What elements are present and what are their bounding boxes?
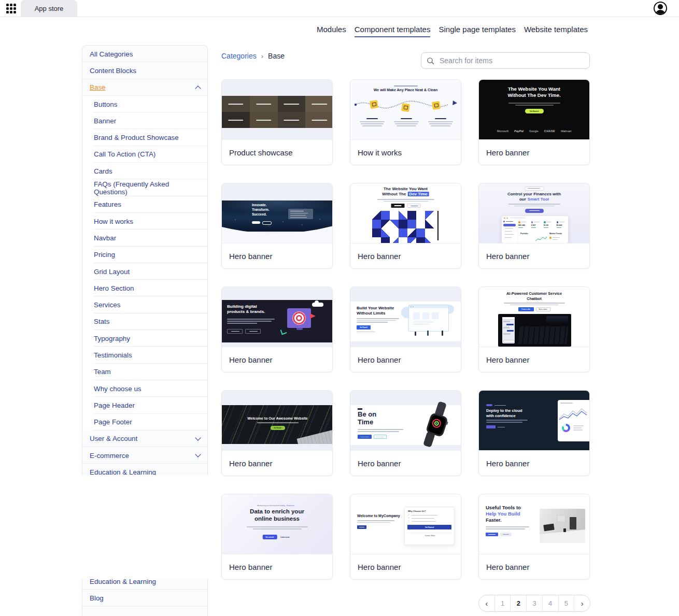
pagination-page-3[interactable]: 3 <box>526 595 542 611</box>
template-card-hero-data[interactable]: Announcing our next round of funding. Re… <box>221 494 333 580</box>
template-card-label: Hero banner <box>222 554 332 580</box>
user-avatar[interactable] <box>654 2 667 15</box>
dark-panel: Building digital products & brands. <box>222 300 332 342</box>
app-store-tab[interactable]: App store <box>21 0 77 17</box>
template-thumbnail: Innovate. Transform. Succeed. <box>222 183 332 243</box>
sidebar-item-ecommerce[interactable]: E-commerce <box>82 447 207 464</box>
template-card-hero-digital[interactable]: Building digital products & brands. <box>221 286 333 373</box>
pagination-next-button[interactable]: › <box>574 595 590 611</box>
sidebar-item-pricing[interactable]: Pricing <box>82 247 207 263</box>
sidebar-item-faqs[interactable]: FAQs (Frequently Asked Questions) <box>82 179 207 196</box>
template-card-hero-mycompany[interactable]: Welcome to MyCompany Why Choose Us? ✓ ✓ … <box>350 494 461 580</box>
template-card-label: Hero banner <box>222 347 332 373</box>
sidebar-item-blog[interactable]: Blog <box>82 590 207 606</box>
search-input[interactable] <box>438 56 584 65</box>
chatbot-image <box>498 314 571 347</box>
sidebar-item-services[interactable]: Services <box>82 296 207 313</box>
badge-pill <box>525 187 544 191</box>
template-thumbnail: Announcing our next round of funding. Re… <box>222 494 332 554</box>
sidebar-item-why-choose-us[interactable]: Why choose us <box>82 380 207 397</box>
chevron-down-icon <box>195 452 201 457</box>
cta-buttons <box>227 329 261 334</box>
tab-single-page-templates[interactable]: Single page templates <box>438 25 515 37</box>
sidebar-item-brand-product-showcase[interactable]: Brand & Product Showcase <box>82 129 207 146</box>
app-store-tab-label: App store <box>35 5 64 12</box>
step-icon <box>370 100 378 109</box>
preview-title-line2: our Smart Tool <box>519 197 549 202</box>
template-card-hero-watch[interactable]: Be on Time GET STARTED READ MORE <box>350 390 461 476</box>
sidebar-item-education-learning[interactable]: Education & Learning <box>82 464 207 475</box>
cta-buttons <box>391 204 420 208</box>
pagination-page-5[interactable]: 5 <box>558 595 574 611</box>
template-card-hero-tools[interactable]: Useful Tools to Help You Build Faster. H <box>478 494 590 580</box>
sidebar-item-grid-layout[interactable]: Grid Layout <box>82 263 207 280</box>
sidebar-item-all-categories[interactable]: All Categories <box>82 46 207 62</box>
sidebar-item-testimonials[interactable]: Testimonials <box>82 347 207 363</box>
pagination: ‹ 1 2 3 4 5 › <box>478 595 590 612</box>
sidebar-item-hero-section[interactable]: Hero Section <box>82 280 207 296</box>
template-card-label: Hero banner <box>479 554 589 580</box>
watch-illustration <box>418 405 457 445</box>
sidebar-item-navbar[interactable]: Navbar <box>82 230 207 246</box>
apps-grid-icon[interactable] <box>6 4 16 13</box>
template-card-how-it-works[interactable]: We will Make Any Place Neat & Clean <box>350 79 461 165</box>
tab-component-templates[interactable]: Component templates <box>355 25 431 37</box>
template-card-hero-chatbot[interactable]: AI-Powered Customer Service Chatbot Crea… <box>478 286 590 373</box>
sidebar-item-education-learning[interactable]: Education & Learning <box>82 579 207 590</box>
template-card-hero-dark[interactable]: The Website You Want Without The Dev Tim… <box>478 79 590 165</box>
placeholder-lines <box>508 103 560 104</box>
sidebar-item-features[interactable]: Features <box>82 196 207 213</box>
placeholder-lines <box>377 199 434 200</box>
cta-button: Get Started <box>525 109 544 113</box>
pagination-page-2-current[interactable]: 2 <box>510 595 526 611</box>
sidebar-item-buttons[interactable]: Buttons <box>82 96 207 112</box>
template-card-label: Hero banner <box>222 243 332 269</box>
template-card-product-showcase[interactable]: Product showcase <box>221 79 333 165</box>
step-icon <box>401 103 410 112</box>
preview-title: Welcome to Our Awesome Website <box>222 417 332 420</box>
sidebar-item-base[interactable]: Base <box>82 79 207 96</box>
preview-title: The Website You Want <box>350 187 461 191</box>
sidebar-item-banner[interactable]: Banner <box>82 112 207 129</box>
tab-website-templates[interactable]: Website templates <box>524 25 588 37</box>
template-card-hero-code[interactable]: Welcome to Our Awesome Website Get Start… <box>221 390 333 476</box>
sidebar-item-team[interactable]: Team <box>82 364 207 380</box>
preview-title: Useful Tools to <box>486 505 521 510</box>
market-trends-label: Market Trends <box>549 233 562 235</box>
tab-modules[interactable]: Modules <box>317 25 346 37</box>
sidebar-item-call-to-action[interactable]: Call To Action (CTA) <box>82 146 207 163</box>
sidebar-item-clipped[interactable] <box>82 607 207 616</box>
highlight-text: Help You Build <box>486 511 520 517</box>
cta-button <box>525 209 544 213</box>
sidebar-item-how-it-works[interactable]: How it works <box>82 213 207 230</box>
breadcrumb-categories-link[interactable]: Categories <box>221 52 257 60</box>
sidebar-item-typography[interactable]: Typography <box>82 330 207 347</box>
template-card-hero-cloud[interactable]: Deploy to the cloud with confidence <box>478 390 590 476</box>
categories-sidebar: All Categories Content Blocks Base Butto… <box>82 45 208 475</box>
search-box <box>421 52 590 69</box>
sidebar-item-cards[interactable]: Cards <box>82 163 207 179</box>
person-figure <box>427 331 429 336</box>
sidebar-item-page-header[interactable]: Page Header <box>82 397 207 413</box>
sidebar-item-page-footer[interactable]: Page Footer <box>82 414 207 431</box>
geometric-pattern <box>372 211 434 243</box>
sidebar-item-stats[interactable]: Stats <box>82 313 207 330</box>
browser-illustration <box>408 305 449 332</box>
pagination-prev-button[interactable]: ‹ <box>479 595 494 611</box>
template-card-hero-nolimits[interactable]: Build Your Website Without Limits Get St… <box>350 286 461 373</box>
template-card-label: Hero banner <box>350 243 461 269</box>
template-card-hero-earth[interactable]: Innovate. Transform. Succeed. Hero banne… <box>221 183 333 269</box>
template-card-hero-finance[interactable]: Control your Finances with our Smart Too… <box>478 183 590 269</box>
template-card-label: Hero banner <box>479 139 589 165</box>
pagination-page-1[interactable]: 1 <box>494 595 511 611</box>
template-card-hero-geometric[interactable]: The Website You Want Without The Dev Tim… <box>350 183 461 269</box>
cta-button <box>357 525 366 529</box>
sidebar-item-user-account[interactable]: User & Account <box>82 431 207 447</box>
template-thumbnail: AI-Powered Customer Service Chatbot Crea… <box>479 287 589 347</box>
sidebar-item-content-blocks[interactable]: Content Blocks <box>82 62 207 79</box>
app-store-page: App store Modules Component templates Si… <box>0 0 679 616</box>
code-strip: Welcome to Our Awesome Website Get Start… <box>222 405 332 444</box>
pagination-page-4[interactable]: 4 <box>542 595 558 611</box>
template-card-label: Hero banner <box>350 347 461 373</box>
analytics-card <box>558 400 589 441</box>
